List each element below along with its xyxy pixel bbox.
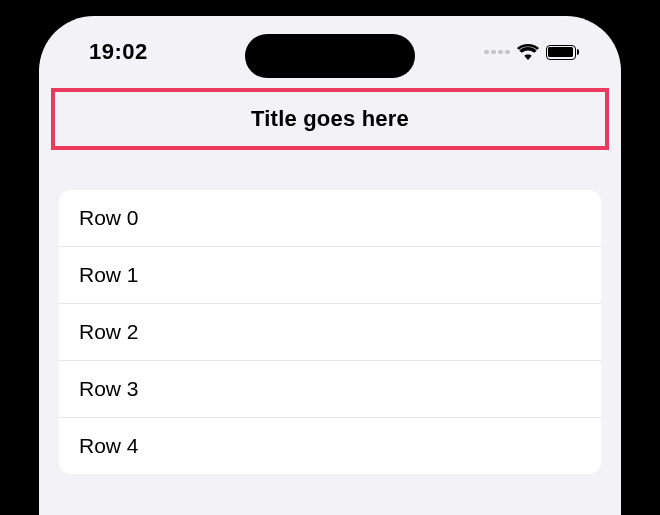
list[interactable]: Row 0 Row 1 Row 2 Row 3 Row 4 xyxy=(59,190,601,474)
volume-down-button[interactable] xyxy=(10,380,16,460)
cellular-icon xyxy=(484,50,510,55)
device-frame: 19:02 xyxy=(23,0,637,515)
battery-icon xyxy=(546,45,580,60)
list-item-label: Row 2 xyxy=(79,320,139,343)
navigation-bar: Title goes here xyxy=(51,88,609,150)
volume-switch[interactable] xyxy=(10,215,16,255)
dynamic-island[interactable] xyxy=(245,34,415,78)
list-item-label: Row 1 xyxy=(79,263,139,286)
list-item-label: Row 3 xyxy=(79,377,139,400)
screen: 19:02 xyxy=(39,16,621,515)
list-item-label: Row 4 xyxy=(79,434,139,457)
list-item[interactable]: Row 1 xyxy=(59,247,601,304)
list-item[interactable]: Row 0 xyxy=(59,190,601,247)
list-item[interactable]: Row 3 xyxy=(59,361,601,418)
page-title: Title goes here xyxy=(251,106,409,132)
volume-up-button[interactable] xyxy=(10,280,16,360)
list-item[interactable]: Row 4 xyxy=(59,418,601,474)
wifi-icon xyxy=(517,44,539,60)
status-icons xyxy=(484,44,579,60)
power-button[interactable] xyxy=(644,310,650,435)
status-time: 19:02 xyxy=(89,39,148,65)
list-item[interactable]: Row 2 xyxy=(59,304,601,361)
list-item-label: Row 0 xyxy=(79,206,139,229)
